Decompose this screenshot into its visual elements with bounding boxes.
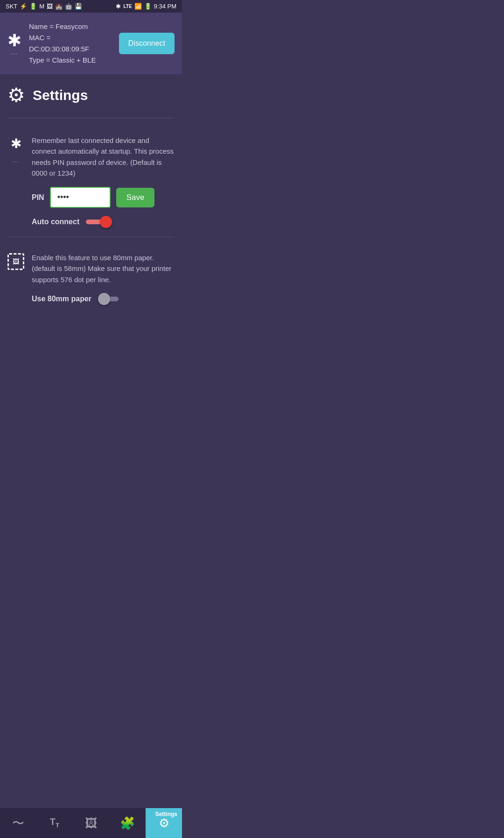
status-left: SKT ⚡ 🔋 M 🖼 🏰 🤖 💾: [6, 3, 82, 10]
paper-section: 🖼 Enable this feature to use 80mm paper.…: [7, 245, 175, 312]
settings-gear-icon: ⚙: [7, 84, 25, 107]
device-type: Type = Classic + BLE: [29, 55, 112, 66]
pin-label: PIN: [32, 193, 44, 202]
main-content: ⚙ Settings ✱··· Remember last connected …: [0, 74, 182, 321]
auto-connect-toggle-row: Auto connect: [32, 216, 175, 227]
status-right: ✱ LTE 📶 🔋 9:34 PM: [116, 3, 176, 10]
device-info: Name = Feasycom MAC = DC:0D:30:08:09:5F …: [29, 21, 112, 66]
auto-connect-label: Auto connect: [32, 218, 79, 226]
settings-header: ⚙ Settings: [7, 84, 175, 114]
auto-connect-toggle[interactable]: [86, 216, 112, 227]
device-name: Name = Feasycom: [29, 21, 112, 32]
paper-body: Enable this feature to use 80mm paper. (…: [32, 252, 175, 305]
usb-icon: ⚡: [20, 3, 27, 10]
use-80mm-label: Use 80mm paper: [32, 295, 91, 303]
bluetooth-auto-icon: ✱···: [7, 136, 24, 166]
save-button[interactable]: Save: [116, 188, 155, 207]
status-bar: SKT ⚡ 🔋 M 🖼 🏰 🤖 💾 ✱ LTE 📶 🔋 9:34 PM: [0, 0, 182, 13]
section-divider: [7, 237, 175, 237]
toggle-thumb-off: [98, 293, 110, 305]
bluetooth-icon-large: ✱ ···: [7, 31, 21, 57]
bug-icon: 🤖: [65, 3, 72, 10]
lte-icon: LTE: [123, 4, 132, 9]
image-icon: 🖼: [47, 3, 53, 10]
toggle-thumb: [100, 216, 112, 228]
auto-connect-section: ✱··· Remember last connected device and …: [7, 128, 175, 235]
gmail-icon: M: [39, 3, 44, 10]
paper-icon: 🖼: [7, 253, 24, 270]
sd-card-icon: 💾: [75, 3, 82, 10]
time-label: 9:34 PM: [154, 3, 176, 10]
device-bar: ✱ ··· Name = Feasycom MAC = DC:0D:30:08:…: [0, 13, 182, 74]
paper-desc: Enable this feature to use 80mm paper. (…: [32, 252, 175, 285]
auto-connect-body: Remember last connected device and conne…: [32, 135, 175, 227]
image-frame-icon: 🖼: [7, 253, 24, 270]
castle-icon: 🏰: [55, 3, 63, 10]
battery-icon: 🔋: [144, 3, 152, 10]
use-80mm-toggle[interactable]: [98, 293, 124, 305]
settings-title: Settings: [33, 87, 88, 103]
pin-row: PIN Save: [32, 187, 175, 208]
auto-connect-desc: Remember last connected device and conne…: [32, 135, 175, 178]
use-80mm-toggle-row: Use 80mm paper: [32, 293, 175, 305]
disconnect-button[interactable]: Disconnect: [119, 33, 175, 54]
battery-alert-icon: 🔋: [29, 3, 37, 10]
bluetooth-status-icon: ✱: [116, 3, 121, 10]
header-divider: [7, 118, 175, 118]
signal-icon: 📶: [134, 3, 142, 10]
device-mac: MAC = DC:0D:30:08:09:5F: [29, 32, 112, 55]
carrier-label: SKT: [6, 3, 17, 10]
pin-input[interactable]: [50, 187, 111, 208]
